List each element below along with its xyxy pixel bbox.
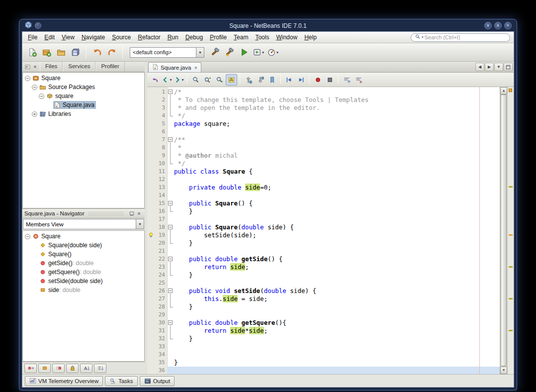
code-text[interactable]: }	[174, 303, 500, 311]
shift-right-button[interactable]	[295, 74, 307, 86]
glyph-margin[interactable]	[147, 287, 155, 295]
fold-collapse-icon[interactable]: −	[168, 289, 173, 293]
comment-button[interactable]	[341, 74, 353, 86]
minimize-window-group-button[interactable]	[24, 63, 31, 71]
vertical-scrollbar[interactable]: ▲ ▼	[500, 87, 507, 374]
sort-alpha-button[interactable]	[80, 364, 92, 373]
show-static-button[interactable]	[52, 364, 65, 373]
line-number[interactable]: 33	[155, 343, 167, 351]
line-number[interactable]: 27	[155, 295, 167, 303]
glyph-margin[interactable]	[147, 88, 155, 96]
collapse-toggle-icon[interactable]: −	[39, 94, 44, 99]
sort-source-button[interactable]	[94, 364, 106, 373]
combo-arrow-icon[interactable]: ▼	[136, 219, 144, 229]
line-number[interactable]: 19	[155, 231, 167, 239]
code-text[interactable]: private double side=0;	[174, 184, 500, 192]
line-number[interactable]: 26	[155, 287, 167, 295]
tab-list-button[interactable]: ▼	[494, 63, 503, 71]
line-number[interactable]: 10	[155, 160, 167, 168]
code-text[interactable]: }	[174, 207, 500, 215]
menu-window[interactable]: Window	[272, 32, 301, 42]
line-number[interactable]: 9	[155, 152, 167, 160]
search-box[interactable]: ▾ Search (Ctrl+I)	[411, 33, 510, 42]
show-non-public-button[interactable]	[66, 364, 79, 373]
glyph-margin[interactable]	[147, 335, 155, 343]
glyph-margin[interactable]	[147, 112, 155, 120]
line-number[interactable]: 31	[155, 327, 167, 335]
glyph-margin[interactable]	[147, 311, 155, 319]
menu-help[interactable]: Help	[301, 32, 320, 42]
dropdown-arrow-icon[interactable]: ▾	[276, 50, 278, 55]
scroll-down-button[interactable]: ▼	[500, 367, 507, 374]
output-button[interactable]: Output	[140, 376, 175, 386]
code-text[interactable]	[174, 247, 500, 255]
menu-navigate[interactable]: Navigate	[78, 32, 108, 42]
undo-button[interactable]	[90, 46, 104, 59]
line-number[interactable]: 29	[155, 311, 167, 319]
code-text[interactable]: public Square() {	[174, 199, 500, 207]
glyph-margin[interactable]	[147, 351, 155, 359]
code-text[interactable]: package square;	[174, 120, 500, 128]
menu-debug[interactable]: Debug	[182, 32, 206, 42]
project-node-source-packages[interactable]: −Source Packages	[23, 83, 144, 92]
code-text[interactable]	[174, 343, 500, 351]
glyph-margin[interactable]	[147, 295, 155, 303]
line-number[interactable]: 1	[155, 88, 167, 96]
save-all-button[interactable]	[69, 46, 82, 59]
fold-collapse-icon[interactable]: −	[168, 90, 173, 94]
line-number[interactable]: 16	[155, 207, 167, 215]
line-number[interactable]: 3	[155, 104, 167, 112]
line-number[interactable]: 28	[155, 303, 167, 311]
minimize-navigator-button[interactable]	[128, 210, 135, 217]
member-node-getside[interactable]: getSide() : double	[23, 259, 144, 268]
glyph-margin[interactable]	[147, 359, 155, 367]
build-button[interactable]	[208, 46, 222, 59]
glyph-margin[interactable]	[147, 343, 155, 351]
maximize-button[interactable]: ∧	[494, 22, 502, 29]
scrollbar-thumb[interactable]	[501, 95, 507, 366]
code-text[interactable]: setSide(side);	[174, 231, 500, 239]
find-next-button[interactable]	[214, 74, 225, 86]
glyph-margin[interactable]	[147, 207, 155, 215]
code-text[interactable]	[174, 279, 500, 287]
selected-item[interactable]: Square.java	[53, 101, 96, 109]
shift-left-button[interactable]	[283, 74, 295, 86]
titlebar[interactable]: Square - NetBeans IDE 7.0.1 ∨∧×	[22, 20, 514, 31]
tab-profiler[interactable]: Profiler	[95, 62, 124, 72]
member-node-setside-double-side[interactable]: setSide(double side)	[23, 277, 144, 286]
menu-source[interactable]: Source	[108, 32, 134, 42]
new-file-button[interactable]	[25, 46, 39, 59]
code-text[interactable]	[174, 192, 500, 199]
line-number[interactable]: 30	[155, 319, 167, 327]
line-number[interactable]: 8	[155, 144, 167, 152]
code-text[interactable]: public double getSide() {	[174, 255, 500, 263]
close-window-group-button[interactable]: ×	[31, 63, 39, 71]
collapse-toggle-icon[interactable]: −	[25, 76, 30, 81]
dropdown-arrow-icon[interactable]: ▾	[262, 50, 264, 55]
toggle-highlight-button[interactable]	[226, 74, 237, 86]
glyph-margin[interactable]	[147, 160, 155, 168]
glyph-margin[interactable]	[147, 255, 155, 263]
line-number[interactable]: 22	[155, 255, 167, 263]
find-selection-button[interactable]	[190, 74, 201, 86]
glyph-margin[interactable]	[147, 247, 155, 255]
occurrence-mark-line-31[interactable]	[509, 330, 513, 331]
menu-refactor[interactable]: Refactor	[134, 32, 164, 42]
tasks-button[interactable]: Tasks	[105, 376, 137, 386]
glyph-margin[interactable]	[147, 136, 155, 144]
expand-toggle-icon[interactable]: +	[32, 111, 37, 117]
vm-telemetry-button[interactable]: VM Telemetry Overview	[25, 376, 103, 386]
start-macro-button[interactable]	[312, 74, 324, 86]
project-node-square-java[interactable]: Square.java	[23, 100, 144, 109]
menu-profile[interactable]: Profile	[206, 32, 230, 42]
config-combobox[interactable]: <default config>▼	[130, 47, 204, 58]
line-number[interactable]: 2	[155, 96, 167, 104]
code-text[interactable]: }	[174, 239, 500, 247]
find-previous-button[interactable]	[202, 74, 213, 86]
collapse-toggle-icon[interactable]: −	[25, 234, 30, 239]
code-text[interactable]: * To change this template, choose Tools …	[174, 96, 500, 104]
debug-button[interactable]: ▾	[252, 46, 265, 59]
run-button[interactable]	[237, 46, 251, 59]
member-node-square[interactable]: −Square	[23, 232, 144, 241]
glyph-margin[interactable]	[147, 104, 155, 112]
